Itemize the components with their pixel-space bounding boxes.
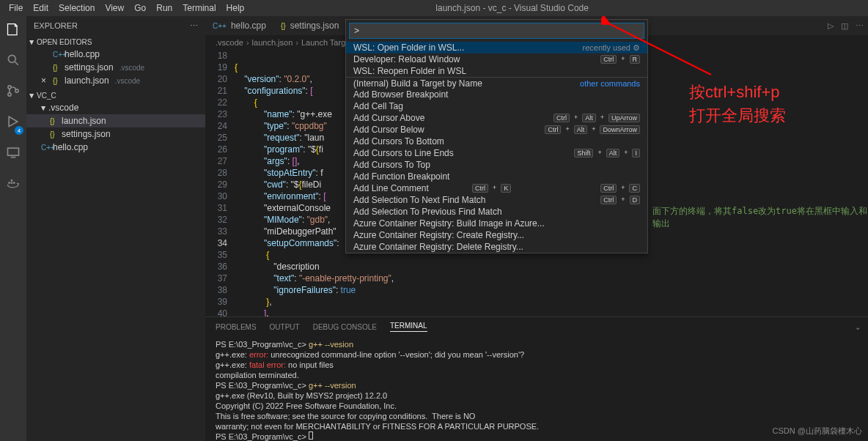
explorer-header: EXPLORER bbox=[34, 21, 78, 30]
more-icon[interactable]: ⋯ bbox=[856, 21, 864, 31]
explorer-sidebar: EXPLORER⋯ ▶OPEN EDITORS C++hello.cpp{}se… bbox=[26, 16, 205, 441]
open-editor-item[interactable]: {}settings.json.vscode bbox=[26, 61, 205, 74]
menu-terminal[interactable]: Terminal bbox=[183, 3, 216, 13]
palette-item[interactable]: Add Selection To Next Find MatchCtrl+D bbox=[346, 194, 647, 206]
remote-icon[interactable] bbox=[6, 145, 21, 163]
docker-icon[interactable] bbox=[6, 176, 21, 193]
menu-edit[interactable]: Edit bbox=[33, 3, 48, 13]
palette-item[interactable]: Add Selection To Previous Find Match bbox=[346, 206, 647, 218]
minimap[interactable] bbox=[803, 50, 868, 316]
svg-rect-9 bbox=[13, 182, 15, 184]
editor-tab[interactable]: {}settings.json bbox=[273, 16, 346, 35]
terminal-panel: PROBLEMSOUTPUTDEBUG CONSOLETERMINAL ⌄ PS… bbox=[205, 316, 868, 441]
panel-tab-terminal[interactable]: TERMINAL bbox=[390, 322, 427, 332]
file-tree-item[interactable]: ▶.vscode bbox=[26, 101, 205, 114]
menu-view[interactable]: View bbox=[105, 3, 124, 13]
run-debug-icon[interactable]: 4 bbox=[6, 114, 21, 132]
palette-item[interactable]: Azure Container Registry: Build Image in… bbox=[346, 218, 647, 229]
terminal[interactable]: PS E:\03_Program\vc_c> g++ --vesiong++.e… bbox=[205, 336, 868, 441]
annotation-text: 按ctrl+shif+p 打开全局搜索 bbox=[689, 81, 786, 127]
editor-tab[interactable]: C++hello.cpp bbox=[205, 16, 273, 35]
panel-tab-debug-console[interactable]: DEBUG CONSOLE bbox=[313, 323, 377, 331]
palette-item[interactable]: (Internal) Build a Target by Nameother c… bbox=[346, 77, 647, 89]
open-editor-item[interactable]: ×{}launch.json.vscode bbox=[26, 74, 205, 87]
svg-rect-5 bbox=[8, 148, 19, 155]
palette-item[interactable]: Add Browser Breakpoint bbox=[346, 89, 647, 100]
run-icon[interactable]: ▷ bbox=[828, 21, 834, 31]
panel-tab-output[interactable]: OUTPUT bbox=[270, 323, 300, 331]
palette-item[interactable]: Add Cursors to Line EndsShift+Alt+I bbox=[346, 147, 647, 159]
palette-item[interactable]: Add Cursors To Bottom bbox=[346, 136, 647, 147]
svg-point-0 bbox=[8, 55, 15, 62]
palette-item[interactable]: Add Function Breakpoint bbox=[346, 171, 647, 182]
palette-item[interactable]: Add Cursor AboveCtrl+Alt+UpArrow bbox=[346, 112, 647, 124]
project-root-section[interactable]: ▶VC_C bbox=[26, 90, 205, 101]
svg-rect-7 bbox=[8, 182, 10, 184]
scm-icon[interactable] bbox=[6, 84, 21, 101]
window-title: launch.json - vc_c - Visual Studio Code bbox=[244, 3, 780, 13]
activity-bar: 4 bbox=[0, 16, 26, 441]
file-tree-item[interactable]: {}launch.json bbox=[26, 114, 205, 127]
palette-item[interactable]: Developer: Reload WindowCtrl+R bbox=[346, 53, 647, 65]
split-icon[interactable]: ◫ bbox=[841, 21, 848, 31]
open-editors-section[interactable]: ▶OPEN EDITORS bbox=[26, 37, 205, 48]
file-tree-item[interactable]: {}settings.json bbox=[26, 127, 205, 141]
trash-icon[interactable]: ⌄ bbox=[855, 323, 861, 331]
panel-tab-problems[interactable]: PROBLEMS bbox=[216, 323, 257, 331]
svg-line-1 bbox=[15, 62, 18, 65]
menu-file[interactable]: File bbox=[9, 3, 23, 13]
menu-run[interactable]: Run bbox=[156, 3, 172, 13]
palette-item[interactable]: Azure Container Registry: Create Registr… bbox=[346, 229, 647, 241]
search-icon[interactable] bbox=[6, 53, 21, 70]
watermark: CSDN @山药脑袋檀木心 bbox=[773, 426, 862, 437]
file-tree-item[interactable]: C++hello.cpp bbox=[26, 141, 205, 154]
palette-item[interactable]: Add Cell Tag bbox=[346, 100, 647, 112]
palette-item[interactable]: Azure Container Registry: Delete Registr… bbox=[346, 241, 647, 253]
menu-go[interactable]: Go bbox=[134, 3, 146, 13]
palette-item[interactable]: WSL: Reopen Folder in WSL bbox=[346, 65, 647, 77]
menubar: FileEditSelectionViewGoRunTerminalHelp l… bbox=[0, 0, 868, 16]
menu-help[interactable]: Help bbox=[227, 3, 245, 13]
more-icon[interactable]: ⋯ bbox=[190, 21, 198, 31]
svg-point-3 bbox=[8, 93, 11, 96]
palette-item[interactable]: Add Cursor BelowCtrl+Alt+DownArrow bbox=[346, 124, 647, 136]
palette-item[interactable]: Add Line CommentCtrl+K Ctrl+C bbox=[346, 182, 647, 194]
palette-item[interactable]: Add Cursors To Top bbox=[346, 159, 647, 171]
svg-point-4 bbox=[15, 89, 18, 92]
svg-point-2 bbox=[8, 86, 11, 89]
menu-selection[interactable]: Selection bbox=[59, 3, 95, 13]
command-palette: WSL: Open Folder in WSL...recently used … bbox=[345, 19, 648, 253]
palette-item[interactable]: WSL: Open Folder in WSL...recently used … bbox=[346, 42, 647, 53]
code-comment: 面下方的终端，将其false改为true将在黑框中输入和输出 bbox=[652, 205, 868, 230]
files-icon[interactable] bbox=[6, 22, 21, 40]
command-palette-input[interactable] bbox=[349, 23, 644, 39]
svg-rect-10 bbox=[11, 179, 13, 182]
open-editor-item[interactable]: C++hello.cpp bbox=[26, 48, 205, 61]
svg-rect-8 bbox=[11, 182, 13, 184]
